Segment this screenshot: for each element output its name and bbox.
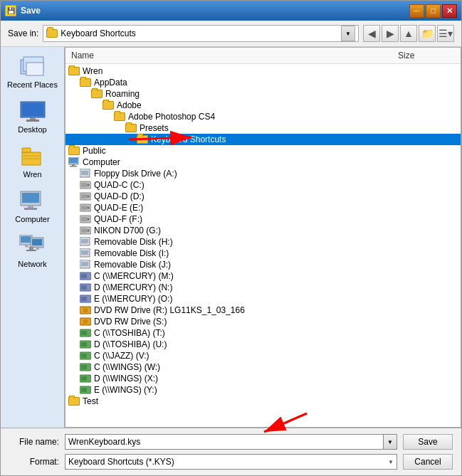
hdd-icon xyxy=(80,180,91,190)
format-select[interactable]: Keyboard Shortcuts (*.KYS) ▼ xyxy=(65,454,397,470)
usb-drive-icon xyxy=(80,362,91,372)
tree-item[interactable]: Floppy Disk Drive (A:) xyxy=(65,168,461,179)
wren-icon xyxy=(19,145,47,168)
tree-item[interactable]: Wren xyxy=(65,65,461,77)
item-label: Presets xyxy=(140,123,169,133)
tree-item[interactable]: Presets xyxy=(65,122,461,134)
tree-item[interactable]: DVD RW Drive (S:) xyxy=(65,316,461,327)
save-in-label: Save in: xyxy=(8,28,38,38)
svg-rect-22 xyxy=(29,247,33,250)
svg-rect-48 xyxy=(81,250,88,255)
svg-rect-16 xyxy=(21,236,31,243)
close-button[interactable]: ✕ xyxy=(442,4,457,18)
sidebar-item-label-desktop: Desktop xyxy=(18,125,46,134)
svg-rect-34 xyxy=(81,194,87,199)
usb-drive-icon xyxy=(80,339,91,349)
item-label: Adobe Photoshop CS4 xyxy=(128,112,215,122)
tree-item[interactable]: Adobe xyxy=(65,100,461,111)
item-label: QUAD-C (C:) xyxy=(94,180,145,190)
tree-item[interactable]: Removable Disk (I:) xyxy=(65,248,461,259)
dvd-icon xyxy=(80,317,91,327)
format-dropdown-icon: ▼ xyxy=(388,459,394,465)
tree-item[interactable]: Roaming xyxy=(65,88,461,100)
tree-item[interactable]: AppData xyxy=(65,77,461,88)
folder-icon xyxy=(125,124,137,132)
item-label: C (\\MERCURY) (M:) xyxy=(94,271,174,281)
tree-item[interactable]: Public xyxy=(65,145,461,157)
tree-item[interactable]: NIKON D700 (G:) xyxy=(65,225,461,236)
window-icon: 💾 xyxy=(5,5,16,16)
tree-item[interactable]: QUAD-E (E:) xyxy=(65,202,461,213)
svg-rect-19 xyxy=(32,239,42,245)
view-button[interactable]: ☰▾ xyxy=(437,25,454,42)
back-button[interactable]: ◀ xyxy=(363,25,380,42)
tree-item[interactable]: C (\\TOSHIBA) (T:) xyxy=(65,327,461,339)
item-label: DVD RW Drive (S:) xyxy=(94,317,167,327)
item-label: Adobe xyxy=(117,100,142,110)
up-button[interactable]: ▲ xyxy=(400,25,417,42)
path-combo[interactable]: Keyboard Shortcuts ▼ xyxy=(43,25,359,42)
new-folder-button[interactable]: 📁 xyxy=(419,25,436,42)
path-dropdown-button[interactable]: ▼ xyxy=(341,26,355,41)
item-label: AppData xyxy=(94,78,127,88)
svg-rect-20 xyxy=(36,248,39,250)
recent-places-icon xyxy=(19,55,47,78)
sidebar-item-label-network: Network xyxy=(18,260,46,268)
path-folder-icon xyxy=(46,28,58,39)
svg-rect-37 xyxy=(81,206,87,210)
file-list[interactable]: WrenAppDataRoamingAdobeAdobe Photoshop C… xyxy=(65,64,461,427)
tree-item[interactable]: E (\\MERCURY) (O:) xyxy=(65,293,461,305)
sidebar-item-network[interactable]: Network xyxy=(4,232,61,271)
minimize-button[interactable]: ─ xyxy=(409,4,424,18)
sidebar-item-label-computer: Computer xyxy=(15,215,49,223)
content-area: Name Size WrenAppDataRoamingAdobeAdobe P… xyxy=(65,47,461,428)
filename-dropdown-button[interactable]: ▼ xyxy=(383,434,397,450)
bottom-area: File name: ▼ Save Format: Keyboard Short… xyxy=(1,428,461,475)
sidebar-item-recent-places[interactable]: Recent Places xyxy=(4,53,61,92)
filename-input[interactable] xyxy=(65,434,383,450)
usb-drive-icon xyxy=(80,351,91,361)
tree-item[interactable]: Test xyxy=(65,396,461,407)
tree-item[interactable]: Computer xyxy=(65,157,461,168)
svg-rect-43 xyxy=(81,228,87,233)
tree-item[interactable]: E (\\WINGS) (Y:) xyxy=(65,384,461,396)
tree-item[interactable]: D (\\WINGS) (X:) xyxy=(65,373,461,384)
svg-rect-70 xyxy=(81,365,87,369)
svg-rect-9 xyxy=(23,155,39,157)
svg-point-41 xyxy=(87,218,90,221)
forward-button[interactable]: ▶ xyxy=(382,25,399,42)
tree-item[interactable]: C (\\MERCURY) (M:) xyxy=(65,270,461,282)
title-bar: 💾 Save ─ □ ✕ xyxy=(1,1,461,21)
filename-row: File name: ▼ Save xyxy=(9,434,453,450)
tree-item[interactable]: Removable Disk (H:) xyxy=(65,236,461,248)
maximize-button[interactable]: □ xyxy=(426,4,441,18)
svg-rect-2 xyxy=(26,63,43,75)
usb-drive-icon xyxy=(80,328,91,338)
sidebar-item-wren[interactable]: Wren xyxy=(4,142,61,181)
tree-item[interactable]: D (\\TOSHIBA) (U:) xyxy=(65,339,461,350)
tree-item[interactable]: D (\\MERCURY) (N:) xyxy=(65,282,461,293)
tree-item[interactable]: QUAD-C (C:) xyxy=(65,179,461,191)
tree-item[interactable]: Keyboard Shortcuts xyxy=(65,134,461,145)
tree-item[interactable]: QUAD-D (D:) xyxy=(65,191,461,202)
tree-item[interactable]: Removable Disk (J:) xyxy=(65,259,461,270)
tree-item[interactable]: QUAD-F (F:) xyxy=(65,213,461,225)
folder-icon xyxy=(91,90,103,98)
svg-rect-27 xyxy=(70,166,77,167)
tree-item[interactable]: C (\\WINGS) (W:) xyxy=(65,361,461,373)
removable-drive-icon xyxy=(80,260,91,270)
window-title: Save xyxy=(21,6,41,16)
removable-drive-icon xyxy=(80,169,91,179)
tree-item[interactable]: DVD RW Drive (R:) LG11KS_1_03_166 xyxy=(65,305,461,316)
sidebar-item-label-wren: Wren xyxy=(23,170,41,179)
tree-item[interactable]: Adobe Photoshop CS4 xyxy=(65,111,461,122)
item-label: Removable Disk (I:) xyxy=(94,248,169,258)
sidebar-item-desktop[interactable]: Desktop xyxy=(4,97,61,137)
save-button[interactable]: Save xyxy=(403,434,453,450)
tree-item[interactable]: C (\\JAZZ) (V:) xyxy=(65,350,461,361)
item-label: D (\\TOSHIBA) (U:) xyxy=(94,339,167,349)
cancel-button[interactable]: Cancel xyxy=(403,454,453,470)
svg-rect-54 xyxy=(81,285,87,290)
title-bar-left: 💾 Save xyxy=(5,5,41,16)
sidebar-item-computer[interactable]: Computer xyxy=(4,187,61,226)
